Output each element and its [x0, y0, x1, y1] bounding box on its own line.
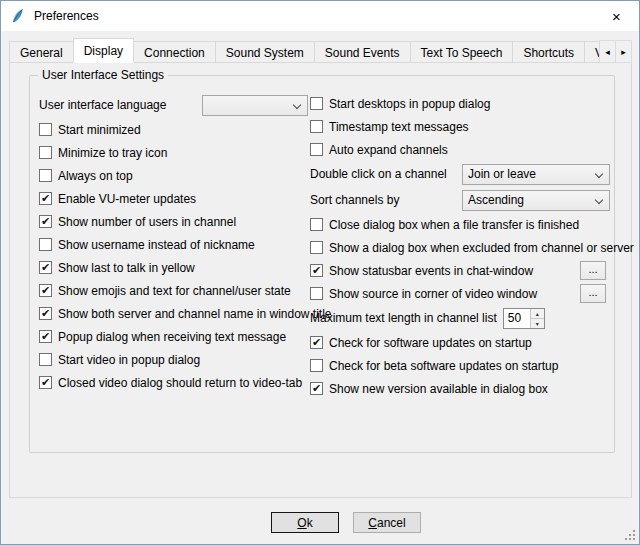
tab-scroll-right-icon[interactable]: ▸: [615, 40, 632, 63]
checkbox[interactable]: ✔: [39, 330, 52, 343]
app-icon: [10, 8, 26, 24]
max-text-length-spinner[interactable]: 50 ▴ ▾: [503, 308, 545, 329]
checkbox[interactable]: [310, 241, 323, 254]
spin-up-icon[interactable]: ▴: [531, 309, 544, 319]
checkbox[interactable]: ✔: [39, 215, 52, 228]
tab-bar: General Display Connection Sound System …: [9, 38, 632, 63]
checkbox-label: Show statusbar events in chat-window: [329, 264, 533, 278]
checkbox-row[interactable]: Start video in popup dialog: [39, 348, 308, 371]
checkbox[interactable]: [39, 353, 52, 366]
checkbox-row[interactable]: Start desktops in popup dialog: [310, 92, 610, 115]
checkbox-row[interactable]: ✔ Popup dialog when receiving text messa…: [39, 325, 308, 348]
checkbox-label: Show last to talk in yellow: [58, 261, 195, 275]
checkbox[interactable]: [310, 359, 323, 372]
tab-sound-system[interactable]: Sound System: [215, 41, 315, 63]
video-source-browse-button[interactable]: ...: [580, 284, 606, 303]
title-bar[interactable]: Preferences: [1, 1, 639, 31]
checkbox-row[interactable]: Auto expand channels: [310, 138, 610, 161]
checkbox[interactable]: [310, 143, 323, 156]
double-click-action-select[interactable]: Join or leave: [462, 164, 610, 185]
checkbox[interactable]: [310, 218, 323, 231]
spin-down-icon[interactable]: ▾: [531, 319, 544, 328]
checkbox-label: Closed video dialog should return to vid…: [58, 376, 302, 390]
tab-sound-events[interactable]: Sound Events: [314, 41, 411, 63]
checkbox[interactable]: ✔: [39, 192, 52, 205]
combo-value: Ascending: [468, 193, 524, 207]
checkbox-row[interactable]: Show username instead of nickname: [39, 233, 308, 256]
checkbox-row[interactable]: Show a dialog box when excluded from cha…: [310, 236, 610, 259]
statusbar-events-row[interactable]: ✔ Show statusbar events in chat-window .…: [310, 259, 610, 282]
checkbox[interactable]: ✔: [39, 284, 52, 297]
checkbox[interactable]: ✔: [39, 261, 52, 274]
resize-grip[interactable]: [623, 528, 636, 541]
checkbox-row[interactable]: ✔ Closed video dialog should return to v…: [39, 371, 308, 394]
checkbox-label: Show a dialog box when excluded from cha…: [329, 241, 634, 255]
checkbox[interactable]: [310, 120, 323, 133]
max-text-length-label: Maximum text length in channel list: [310, 311, 497, 325]
checkbox-label: Start minimized: [58, 123, 141, 137]
checkbox-label: Auto expand channels: [329, 143, 448, 157]
group-title: User Interface Settings: [38, 68, 168, 82]
checkbox[interactable]: ✔: [39, 307, 52, 320]
tab-text-to-speech[interactable]: Text To Speech: [410, 41, 514, 63]
tab-label: Text To Speech: [421, 46, 503, 60]
tab-scroll-left-icon[interactable]: ◂: [599, 40, 616, 63]
checkbox-label: Popup dialog when receiving text message: [58, 330, 286, 344]
max-text-length-row: Maximum text length in channel list 50 ▴…: [310, 305, 610, 331]
close-icon[interactable]: ×: [594, 1, 639, 31]
checkbox[interactable]: ✔: [310, 382, 323, 395]
checkbox-row[interactable]: Always on top: [39, 164, 308, 187]
checkbox[interactable]: ✔: [39, 376, 52, 389]
checkbox-label: Always on top: [58, 169, 133, 183]
tab-display[interactable]: Display: [73, 38, 134, 63]
checkbox-label: Show both server and channel name in win…: [58, 307, 332, 321]
sort-channels-row: Sort channels by Ascending: [310, 187, 610, 213]
checkbox-label: Start video in popup dialog: [58, 353, 200, 367]
checkbox-row[interactable]: Close dialog box when a file transfer is…: [310, 213, 610, 236]
tab-connection[interactable]: Connection: [133, 41, 216, 63]
tab-shortcuts[interactable]: Shortcuts: [512, 41, 585, 63]
checkbox[interactable]: [39, 146, 52, 159]
right-column: Start desktops in popup dialog Timestamp…: [310, 92, 610, 400]
checkbox-row[interactable]: ✔ Show both server and channel name in w…: [39, 302, 308, 325]
checkbox-row[interactable]: ✔ Enable VU-meter updates: [39, 187, 308, 210]
checkbox-row[interactable]: ✔ Show last to talk in yellow: [39, 256, 308, 279]
checkbox[interactable]: [310, 287, 323, 300]
tab-label: Sound Events: [325, 46, 400, 60]
chevron-down-icon: [293, 100, 301, 108]
checkbox-label: Show username instead of nickname: [58, 238, 255, 252]
language-select[interactable]: [202, 95, 308, 116]
checkbox[interactable]: [310, 97, 323, 110]
checkbox-label: Close dialog box when a file transfer is…: [329, 218, 579, 232]
checkbox-row[interactable]: Check for beta software updates on start…: [310, 354, 610, 377]
checkbox-row[interactable]: Start minimized: [39, 118, 308, 141]
checkbox-row[interactable]: ✔ Check for software updates on startup: [310, 331, 610, 354]
double-click-row: Double click on a channel Join or leave: [310, 161, 610, 187]
checkbox-row[interactable]: Minimize to tray icon: [39, 141, 308, 164]
checkbox-label: Start desktops in popup dialog: [329, 97, 490, 111]
ok-button[interactable]: Ok: [271, 512, 339, 533]
user-interface-settings-group: User Interface Settings User interface l…: [29, 75, 615, 453]
checkbox-row[interactable]: ✔ Show number of users in channel: [39, 210, 308, 233]
checkbox-row[interactable]: Timestamp text messages: [310, 115, 610, 138]
checkbox[interactable]: [39, 238, 52, 251]
spinner-buttons: ▴ ▾: [530, 309, 544, 328]
checkbox-row[interactable]: ✔ Show emojis and text for channel/user …: [39, 279, 308, 302]
language-label: User interface language: [39, 98, 166, 112]
checkbox[interactable]: ✔: [310, 336, 323, 349]
checkbox[interactable]: ✔: [310, 264, 323, 277]
cancel-button[interactable]: Cancel: [353, 512, 421, 533]
checkbox[interactable]: [39, 123, 52, 136]
video-source-row[interactable]: Show source in corner of video window ..…: [310, 282, 610, 305]
checkbox-row[interactable]: ✔ Show new version available in dialog b…: [310, 377, 610, 400]
tab-scrollers: ◂ ▸: [599, 40, 632, 63]
left-column: User interface language Start minimized …: [39, 92, 308, 394]
chevron-down-icon: [595, 169, 603, 177]
chevron-down-icon: [595, 195, 603, 203]
tab-general[interactable]: General: [9, 41, 74, 63]
statusbar-events-browse-button[interactable]: ...: [580, 261, 606, 280]
checkbox[interactable]: [39, 169, 52, 182]
sort-channels-label: Sort channels by: [310, 193, 399, 207]
language-row: User interface language: [39, 92, 308, 118]
sort-channels-select[interactable]: Ascending: [462, 190, 610, 211]
